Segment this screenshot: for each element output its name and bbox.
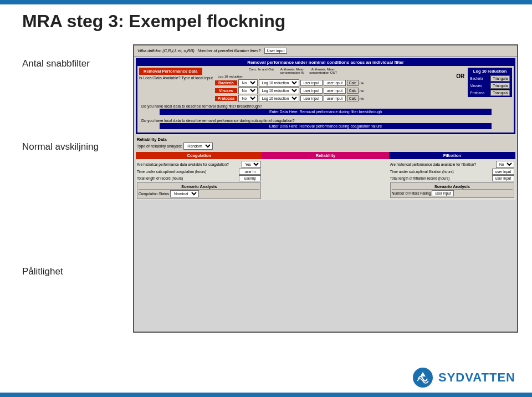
coagulation-question-section: Do you have local data to describe remov…: [139, 118, 512, 131]
protozoa-triangula-btn[interactable]: Triangula: [490, 90, 510, 96]
coagulation-col-header: Coagulation: [136, 152, 262, 159]
viruses-input-in[interactable]: user input: [300, 88, 323, 94]
reliability-col-header: Reliability: [262, 152, 388, 159]
enter-data-breakthrough-btn[interactable]: Enter Data Here: Removal performance dur…: [160, 109, 492, 115]
page-title: MRA steg 3: Exempel flockning: [22, 11, 285, 32]
bacteria-btn[interactable]: Bacteria: [215, 80, 237, 85]
log10-bacteria-label: Bacteria: [470, 77, 489, 80]
removal-section: Removal performance under nominal condit…: [136, 58, 515, 134]
reliability-title: Reliability Data: [137, 137, 514, 142]
total-length-coag-input[interactable]: userinp: [239, 175, 261, 181]
sydvatten-logo-icon: [412, 367, 434, 389]
bottom-columns: Coagulation Reliability Filtration Are h…: [136, 152, 515, 200]
bacteria-no-dropdown[interactable]: No: [238, 79, 258, 86]
protozoa-nik: nik: [360, 97, 364, 100]
log10-title: Log 10 reduction: [470, 69, 510, 74]
col-header-conc-in-out: Conc. In and Out: [246, 68, 277, 74]
breakthrough-section: Do you have local data to describe remov…: [139, 103, 512, 116]
label-palitlighet: Pålitlighet: [22, 266, 63, 277]
hist-perf-coag-row: Are historical performance data availabl…: [137, 161, 261, 168]
filtration-col-body: Are historical performance data availabl…: [389, 159, 515, 200]
total-length-filt-input[interactable]: user input: [492, 175, 514, 181]
time-sub-filt-row: Time under sub-optimal filtration (hours…: [390, 169, 514, 175]
filtration-col-header: Filtration: [389, 152, 515, 159]
protozoa-input-out[interactable]: user input: [324, 95, 346, 101]
viruses-log10-dropdown[interactable]: Log 10 reduction: [259, 87, 299, 94]
coagulation-col-body: Are historical performance data availabl…: [136, 159, 262, 200]
local-data-label: Is Local Data Available? Type of local i…: [139, 76, 213, 80]
col-header-arith-out: Arithmetic Mean concentration OUT: [308, 68, 339, 74]
reliability-type-row: Type of reliability analysis: Random: [137, 142, 514, 150]
logo-area: SYDVATTEN: [412, 367, 515, 389]
hist-perf-coag-label: Are historical performance data availabl…: [137, 162, 241, 166]
bacteria-input-out[interactable]: user input: [324, 80, 346, 86]
removal-perf-btn[interactable]: Removal Performance Data: [139, 68, 202, 75]
hist-perf-filt-label: Are historical performance data availabl…: [390, 162, 495, 166]
random-dropdown[interactable]: Random: [183, 142, 213, 150]
log10-protozoa-label: Protozoa: [470, 91, 489, 95]
user-input-button[interactable]: User input: [264, 48, 288, 54]
scenario-filt-row: Number of Filters Failing user input: [392, 190, 513, 196]
bacteria-log10-dropdown[interactable]: Log 10 reduction: [259, 79, 299, 86]
log10-viruses-label: Viruses: [470, 84, 489, 88]
nominal-dropdown[interactable]: Nominal: [170, 190, 199, 197]
protozoa-calc-btn[interactable]: Calc: [347, 95, 359, 101]
type-reliability-label: Type of reliability analysis:: [137, 144, 182, 148]
or-label: OR: [456, 73, 464, 79]
viruses-nik: nik: [360, 89, 364, 93]
total-length-coag-row: Total length of record (hours) userinp: [137, 175, 261, 181]
yes-dropdown-coag[interactable]: Yes: [242, 161, 261, 168]
col-header-blank: [215, 68, 245, 74]
time-sub-coag-input[interactable]: user in: [239, 169, 261, 175]
top-bar: [0, 0, 532, 4]
bacteria-triangula-btn[interactable]: Triangula: [490, 75, 510, 82]
num-filters-input[interactable]: user input: [432, 190, 454, 196]
label-normal: Normal avskiljning: [22, 141, 99, 152]
bacteria-calc-btn[interactable]: Calc: [347, 80, 359, 86]
reliability-col-body: [262, 159, 388, 200]
col-header-arith-in: Arithmetic Mean concentration IN: [277, 68, 308, 74]
log10-section: Log 10 reduction Bacteria Triangula Viru…: [468, 68, 512, 97]
col-header-log10: Log 10 reduction: [215, 75, 245, 78]
protozoa-input-in[interactable]: user input: [300, 95, 323, 101]
total-length-filt-row: Total length of filtration record (hours…: [390, 175, 514, 181]
time-sub-coag-row: Time under sub-optimal coagulation (hour…: [137, 169, 261, 175]
coag-status-label: Coagulation Status: [139, 192, 169, 196]
viruses-no-dropdown[interactable]: No: [238, 87, 258, 94]
logo-text: SYDVATTEN: [438, 370, 515, 385]
reliability-outer: Reliability Data Type of reliability ana…: [136, 136, 515, 151]
bacteria-input-in[interactable]: user input: [300, 80, 323, 86]
hist-perf-filt-row: Are historical performance data availabl…: [390, 161, 514, 168]
parallel-section: Vilka driftdon (C,R,I,L et, o,RB) Number…: [134, 45, 517, 57]
bacteria-nik: nik: [360, 82, 364, 85]
protozoa-row: Protozoa No Log 10 reduction user input …: [215, 95, 453, 102]
viruses-btn[interactable]: Viruses: [215, 88, 237, 93]
time-sub-coag-label: Time under sub-optimal coagulation (hour…: [137, 170, 238, 174]
scenario-filt-box: Scenario Analysis Number of Filters Fail…: [390, 182, 514, 198]
num-filters-label: Number of Filters Failing: [392, 191, 431, 195]
coagulation-question-label: Do you have local data to describe remov…: [141, 119, 510, 123]
total-length-coag-label: Total length of record (hours): [137, 176, 238, 180]
breakthrough-label: Do you have local data to describe remov…: [141, 104, 510, 108]
viruses-calc-btn[interactable]: Calc: [347, 88, 359, 94]
label-antal: Antal snabbfilter: [22, 58, 90, 69]
total-length-filt-label: Total length of filtration record (hours…: [390, 176, 491, 180]
scenario-filt-title: Scenario Analysis: [392, 184, 513, 190]
no-dropdown-filt[interactable]: No: [496, 161, 514, 168]
protozoa-log10-dropdown[interactable]: Log 10 reduction: [259, 95, 299, 102]
bottom-bar: [0, 393, 532, 397]
protozoa-no-dropdown[interactable]: No: [238, 95, 258, 102]
protozoa-btn[interactable]: Protozoa: [215, 96, 237, 101]
parallel-label: Vilka driftdon (C,R,I,L et, o,RB): [137, 48, 195, 53]
parallel-question: Number of parraliel filtration lines?: [198, 48, 261, 53]
time-sub-filt-input[interactable]: user input: [492, 169, 514, 175]
removal-header: Removal performance under nominal condit…: [137, 60, 514, 65]
viruses-row: Viruses No Log 10 reduction user input u…: [215, 87, 453, 94]
viruses-input-out[interactable]: user input: [324, 88, 346, 94]
scenario-coag-box: Scenario Analysis Coagulation Status Nom…: [137, 182, 261, 199]
bacteria-row: Bacteria No Log 10 reduction user input …: [215, 79, 453, 86]
scenario-coag-title: Scenario Analysis: [139, 184, 259, 190]
scenario-coag-row: Coagulation Status Nominal: [139, 190, 259, 197]
enter-data-coag-btn[interactable]: Enter Data Here: Removal performance dur…: [160, 123, 492, 129]
viruses-triangula-btn[interactable]: Triangula: [490, 83, 510, 89]
